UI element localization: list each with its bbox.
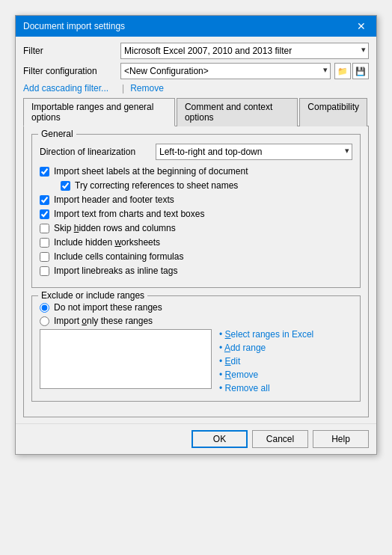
direction-label: Direction of linearization [40, 147, 156, 157]
checkbox-import-sheet-labels[interactable] [40, 167, 49, 177]
help-button[interactable]: Help [313, 430, 369, 448]
ranges-links: • Select ranges in Excel • Add range • E… [219, 329, 313, 393]
general-group: General Direction of linearization Left-… [31, 134, 361, 288]
checkbox-include-formulas-label: Include cells containing formulas [54, 251, 183, 262]
radio-row-2: Import only these ranges [40, 316, 352, 326]
checkbox-include-hidden-worksheets-label: Include hidden worksheets [54, 237, 160, 248]
checkbox-row-2: Import header and footer texts [40, 194, 352, 205]
edit-link[interactable]: • Edit [219, 356, 313, 367]
tab-content: General Direction of linearization Left-… [23, 126, 369, 417]
remove-link[interactable]: Remove [130, 83, 164, 93]
remove-all-link[interactable]: • Remove all [219, 383, 313, 393]
main-content: Filter Microsoft Excel 2007, 2010 and 20… [16, 37, 376, 423]
add-cascading-link[interactable]: Add cascading filter... [23, 83, 108, 93]
filter-config-row: Filter configuration <New Configuration>… [23, 63, 369, 79]
checkbox-include-formulas[interactable] [40, 252, 49, 262]
checkbox-import-header-footer[interactable] [40, 195, 49, 205]
checkbox-row-7: Import linebreaks as inline tags [40, 266, 352, 276]
checkbox-skip-hidden[interactable] [40, 224, 49, 233]
ok-button[interactable]: OK [192, 430, 248, 448]
filter-row: Filter Microsoft Excel 2007, 2010 and 20… [23, 43, 369, 59]
filter-config-folder-button[interactable]: 📁 [334, 63, 351, 79]
ranges-area: • Select ranges in Excel • Add range • E… [40, 329, 352, 393]
tab-compat[interactable]: Compatibility [299, 98, 367, 126]
filter-config-area: <New Configuration> 📁 💾 [120, 63, 369, 79]
ranges-listbox[interactable] [40, 329, 212, 389]
separator: | [122, 83, 124, 93]
filter-config-save-button[interactable]: 💾 [352, 63, 369, 79]
checkbox-import-text-charts-label: Import text from charts and text boxes [54, 209, 204, 219]
filter-config-select-wrapper: <New Configuration> [120, 63, 331, 79]
filter-config-label: Filter configuration [23, 66, 120, 76]
general-group-title: General [38, 129, 76, 139]
filter-config-select[interactable]: <New Configuration> [120, 63, 331, 79]
links-row: Add cascading filter... | Remove [23, 83, 369, 93]
filter-label: Filter [23, 46, 120, 56]
checkbox-include-hidden-worksheets[interactable] [40, 238, 49, 248]
checkbox-row-3: Import text from charts and text boxes [40, 209, 352, 219]
dialog-title: Document import settings [23, 21, 125, 31]
radio-import-only-label: Import only these ranges [54, 316, 153, 326]
dialog: Document import settings ✕ Filter Micros… [15, 15, 377, 455]
checkbox-skip-hidden-label: Skip hidden rows and columns [54, 223, 176, 233]
radio-do-not-import[interactable] [40, 303, 49, 313]
title-bar: Document import settings ✕ [16, 16, 376, 37]
checkbox-row-6: Include cells containing formulas [40, 251, 352, 262]
filter-select-wrapper: Microsoft Excel 2007, 2010 and 2013 filt… [120, 43, 369, 59]
direction-select[interactable]: Left-to-right and top-down [156, 144, 352, 160]
cancel-button[interactable]: Cancel [252, 430, 308, 448]
checkbox-try-correcting-label: Try correcting references to sheet names [75, 180, 238, 191]
checkbox-import-linebreaks[interactable] [40, 266, 49, 276]
add-range-link[interactable]: • Add range [219, 343, 313, 353]
checkbox-import-linebreaks-label: Import linebreaks as inline tags [54, 266, 177, 276]
direction-row: Direction of linearization Left-to-right… [40, 144, 352, 160]
sub-checkbox-row-1a: Try correcting references to sheet names [61, 180, 352, 191]
checkbox-row-4: Skip hidden rows and columns [40, 223, 352, 233]
tab-comment[interactable]: Comment and context options [177, 98, 298, 126]
tabs-bar: Importable ranges and general options Co… [23, 98, 369, 126]
filter-select[interactable]: Microsoft Excel 2007, 2010 and 2013 filt… [120, 43, 369, 59]
direction-select-wrapper: Left-to-right and top-down [156, 144, 352, 160]
close-button[interactable]: ✕ [354, 20, 369, 32]
exclude-group-title: Exclude or include ranges [38, 290, 147, 301]
checkbox-row-5: Include hidden worksheets [40, 237, 352, 248]
remove-range-link[interactable]: • Remove [219, 370, 313, 380]
radio-row-1: Do not import these ranges [40, 302, 352, 313]
tab-importable[interactable]: Importable ranges and general options [23, 98, 175, 126]
checkbox-row-1: Import sheet labels at the beginning of … [40, 166, 352, 177]
bottom-buttons: OK Cancel Help [16, 423, 376, 454]
checkbox-import-text-charts[interactable] [40, 209, 49, 219]
checkbox-import-sheet-labels-label: Import sheet labels at the beginning of … [54, 166, 248, 177]
checkbox-import-header-footer-label: Import header and footer texts [54, 194, 174, 205]
exclude-group: Exclude or include ranges Do not import … [31, 295, 361, 402]
radio-import-only[interactable] [40, 316, 49, 326]
radio-do-not-import-label: Do not import these ranges [54, 302, 162, 313]
select-ranges-link[interactable]: • Select ranges in Excel [219, 329, 313, 340]
checkbox-try-correcting[interactable] [61, 181, 70, 191]
